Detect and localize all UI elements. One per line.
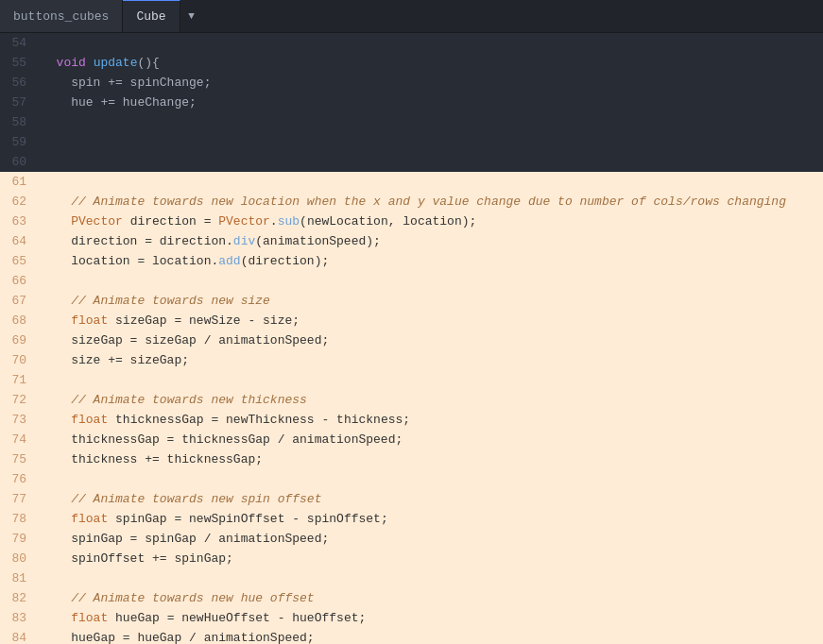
line-number: 74 [0, 430, 38, 449]
code-line: 64 direction = direction.div(animationSp… [0, 231, 823, 251]
line-content: size += sizeGap; [38, 350, 823, 370]
code-line: 60 [0, 152, 823, 172]
code-line: 80 spinOffset += spinGap; [0, 549, 823, 568]
code-line: 56 spin += spinChange; [0, 73, 823, 93]
line-content: PVector direction = PVector.sub(newLocat… [38, 212, 823, 231]
line-content [38, 112, 823, 132]
line-number: 70 [0, 350, 38, 370]
code-line: 83 float hueGap = newHueOffset - hueOffs… [0, 608, 823, 628]
line-number: 66 [0, 271, 38, 291]
tab-buttons-cubes-label: buttons_cubes [13, 9, 109, 24]
line-content [38, 33, 823, 53]
code-line: 81 [0, 568, 823, 588]
line-number: 80 [0, 549, 38, 568]
line-content: float hueGap = newHueOffset - hueOffset; [38, 608, 823, 628]
code-line: 72 // Animate towards new thickness [0, 390, 823, 410]
tab-cube-label: Cube [136, 9, 165, 24]
line-content: // Animate towards new thickness [38, 390, 823, 410]
line-number: 73 [0, 410, 38, 430]
line-content: float spinGap = newSpinOffset - spinOffs… [38, 509, 823, 529]
line-content: thicknessGap = thicknessGap / animationS… [38, 430, 823, 449]
tab-cube[interactable]: Cube [123, 0, 180, 32]
line-number: 72 [0, 390, 38, 410]
code-line: 74 thicknessGap = thicknessGap / animati… [0, 430, 823, 449]
line-content [38, 172, 823, 192]
line-number: 75 [0, 449, 38, 469]
code-line: 62 // Animate towards new location when … [0, 192, 823, 212]
code-line: 54 [0, 33, 823, 53]
line-content: thickness += thicknessGap; [38, 449, 823, 469]
line-number: 56 [0, 73, 38, 93]
code-line: 58 [0, 112, 823, 132]
code-line: 73 float thicknessGap = newThickness - t… [0, 410, 823, 430]
code-line: 66 [0, 271, 823, 291]
line-content [38, 271, 823, 291]
line-number: 62 [0, 192, 38, 212]
code-area: 54 55 void update(){56 spin += spinChang… [0, 33, 823, 644]
line-content: spin += spinChange; [38, 73, 823, 93]
line-content [38, 152, 823, 172]
line-content: direction = direction.div(animationSpeed… [38, 231, 823, 251]
code-line: 57 hue += hueChange; [0, 93, 823, 112]
line-content [38, 469, 823, 489]
line-content: // Animate towards new location when the… [38, 192, 823, 212]
code-line: 55 void update(){ [0, 53, 823, 73]
line-number: 58 [0, 112, 38, 132]
line-number: 65 [0, 251, 38, 271]
line-number: 60 [0, 152, 38, 172]
line-number: 61 [0, 172, 38, 192]
line-number: 84 [0, 628, 38, 644]
code-line: 69 sizeGap = sizeGap / animationSpeed; [0, 330, 823, 350]
line-number: 64 [0, 231, 38, 251]
code-line: 61 [0, 172, 823, 192]
line-number: 77 [0, 489, 38, 509]
code-line: 78 float spinGap = newSpinOffset - spinO… [0, 509, 823, 529]
tab-dropdown-button[interactable]: ▼ [180, 0, 203, 32]
code-line: 59 [0, 132, 823, 152]
code-line: 75 thickness += thicknessGap; [0, 449, 823, 469]
line-number: 83 [0, 608, 38, 628]
code-line: 68 float sizeGap = newSize - size; [0, 311, 823, 330]
tab-buttons-cubes[interactable]: buttons_cubes [0, 0, 123, 32]
line-content: // Animate towards new spin offset [38, 489, 823, 509]
line-number: 55 [0, 53, 38, 73]
line-number: 54 [0, 33, 38, 53]
code-line: 82 // Animate towards new hue offset [0, 588, 823, 608]
line-number: 76 [0, 469, 38, 489]
line-number: 71 [0, 370, 38, 390]
line-number: 68 [0, 311, 38, 330]
line-content [38, 370, 823, 390]
code-line: 76 [0, 469, 823, 489]
line-content: spinGap = spinGap / animationSpeed; [38, 529, 823, 549]
code-line: 65 location = location.add(direction); [0, 251, 823, 271]
line-number: 82 [0, 588, 38, 608]
line-content: void update(){ [38, 53, 823, 73]
code-line: 84 hueGap = hueGap / animationSpeed; [0, 628, 823, 644]
code-line: 77 // Animate towards new spin offset [0, 489, 823, 509]
code-line: 79 spinGap = spinGap / animationSpeed; [0, 529, 823, 549]
line-number: 78 [0, 509, 38, 529]
code-line: 71 [0, 370, 823, 390]
line-number: 79 [0, 529, 38, 549]
line-content [38, 568, 823, 588]
line-number: 69 [0, 330, 38, 350]
line-content: hueGap = hueGap / animationSpeed; [38, 628, 823, 644]
line-content: spinOffset += spinGap; [38, 549, 823, 568]
line-content: float sizeGap = newSize - size; [38, 311, 823, 330]
line-content: // Animate towards new size [38, 291, 823, 311]
tab-bar: buttons_cubes Cube ▼ [0, 0, 823, 33]
line-content: // Animate towards new hue offset [38, 588, 823, 608]
code-line: 63 PVector direction = PVector.sub(newLo… [0, 212, 823, 231]
line-content [38, 132, 823, 152]
line-content: sizeGap = sizeGap / animationSpeed; [38, 330, 823, 350]
line-number: 57 [0, 93, 38, 112]
code-line: 67 // Animate towards new size [0, 291, 823, 311]
line-number: 81 [0, 568, 38, 588]
line-content: float thicknessGap = newThickness - thic… [38, 410, 823, 430]
line-number: 63 [0, 212, 38, 231]
code-line: 70 size += sizeGap; [0, 350, 823, 370]
line-number: 67 [0, 291, 38, 311]
line-number: 59 [0, 132, 38, 152]
line-content: hue += hueChange; [38, 93, 823, 112]
line-content: location = location.add(direction); [38, 251, 823, 271]
